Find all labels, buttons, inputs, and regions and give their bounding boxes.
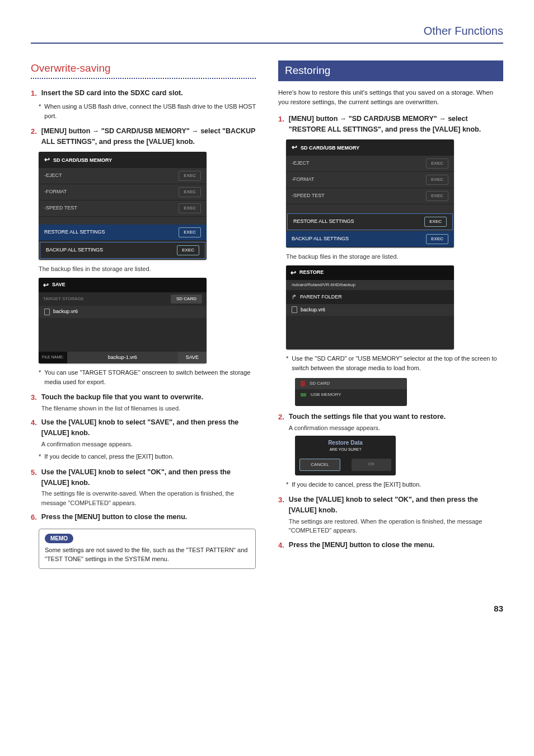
- parent-folder-row[interactable]: PARENT FOLDER: [286, 290, 454, 304]
- r-step-2-note: *If you decide to cancel, press the [EXI…: [286, 480, 503, 489]
- save-button[interactable]: SAVE: [178, 352, 207, 364]
- step-number: 5.: [31, 467, 37, 508]
- menu-eject[interactable]: -EJECTEXEC: [39, 168, 207, 184]
- back-arrow-icon[interactable]: ↩: [292, 142, 297, 152]
- page-number: 83: [31, 603, 503, 615]
- filename-value[interactable]: backup-1.vr6: [67, 352, 178, 364]
- step-5: 5. Use the [VALUE] knob to select "OK", …: [31, 467, 256, 508]
- ok-button[interactable]: OK: [352, 459, 391, 471]
- restoring-heading: Restoring: [278, 60, 503, 81]
- exec-button[interactable]: EXEC: [179, 227, 201, 237]
- file-icon: [292, 306, 297, 313]
- restore-panel-header: ↩RESTORE: [286, 265, 454, 280]
- panel-header: ↩SD CARD/USB MEMORY: [39, 152, 207, 168]
- save-panel: ↩SAVE TARGET STORAGESD CARD backup.vr6 F…: [39, 278, 207, 363]
- exec-button[interactable]: EXEC: [179, 203, 201, 213]
- sd-card-icon: [301, 381, 305, 386]
- restoring-intro: Here's how to restore this unit's settin…: [278, 88, 503, 108]
- exec-button[interactable]: EXEC: [426, 234, 448, 244]
- file-icon: [44, 309, 50, 315]
- step-number: 3.: [31, 392, 37, 413]
- step-4-note: *If you decide to cancel, press the [EXI…: [39, 452, 256, 461]
- step-5-title: Use the [VALUE] knob to select "OK", and…: [41, 467, 256, 488]
- dotted-rule: [31, 78, 256, 79]
- target-storage-row: TARGET STORAGESD CARD: [39, 292, 207, 306]
- r-step-1-title: [MENU] button → "SD CARD/USB MEMORY" → s…: [289, 114, 503, 135]
- memo-badge: MEMO: [45, 534, 73, 543]
- sd-usb-memory-panel: ↩SD CARD/USB MEMORY -EJECTEXEC -FORMATEX…: [39, 152, 207, 260]
- left-column: Overwrite-saving 1. Insert the SD card i…: [31, 60, 256, 569]
- step-1: 1. Insert the SD card into the SDXC card…: [31, 88, 256, 99]
- step-1-title: Insert the SD card into the SDXC card sl…: [41, 88, 256, 99]
- step-3: 3. Touch the backup file that you want t…: [31, 392, 256, 413]
- step-2-title: [MENU] button → "SD CARD/USB MEMORY" → s…: [41, 126, 256, 147]
- step-number: 4.: [278, 540, 284, 551]
- selector-sd-card[interactable]: SD CARD: [295, 378, 407, 389]
- step-2: 2. [MENU] button → "SD CARD/USB MEMORY" …: [31, 126, 256, 147]
- exec-button[interactable]: EXEC: [424, 217, 447, 227]
- r-step-2-sub: A confirmation message appears.: [289, 423, 503, 433]
- step-number: 2.: [31, 126, 37, 147]
- step-5-sub: The settings file is overwrite-saved. Wh…: [41, 489, 256, 507]
- selector-usb-memory[interactable]: USB MEMORY: [295, 389, 407, 400]
- r-step-1: 1. [MENU] button → "SD CARD/USB MEMORY" …: [278, 114, 503, 135]
- back-arrow-icon[interactable]: ↩: [43, 280, 49, 290]
- menu-restore-all-selected[interactable]: RESTORE ALL SETTINGSEXEC: [287, 213, 453, 230]
- r-step-2: 2. Touch the settings file that you want…: [278, 412, 503, 432]
- exec-button[interactable]: EXEC: [179, 171, 201, 181]
- exec-button[interactable]: EXEC: [426, 191, 448, 201]
- right-column: Restoring Here's how to restore this uni…: [278, 60, 503, 569]
- filename-label: FILE NAME:: [39, 352, 67, 363]
- step-2-caption: The backup files in the storage are list…: [39, 264, 256, 274]
- page-header: Other Functions: [31, 22, 503, 44]
- r-step-1-note: *Use the "SD CARD" or "USB MEMORY" selec…: [286, 354, 503, 372]
- file-row[interactable]: backup.vr6: [286, 304, 454, 316]
- restore-panel: ↩RESTORE /sdcard/Roland/VR-6HD/backup PA…: [286, 265, 454, 349]
- menu-backup-all[interactable]: BACKUP ALL SETTINGSEXEC: [286, 231, 454, 248]
- file-row[interactable]: backup.vr6: [39, 306, 207, 318]
- filename-row: FILE NAME: backup-1.vr6 SAVE: [39, 352, 207, 364]
- back-arrow-icon[interactable]: ↩: [44, 155, 50, 165]
- step-number: 4.: [31, 417, 37, 449]
- exec-button[interactable]: EXEC: [426, 175, 448, 185]
- step-number: 1.: [278, 114, 284, 135]
- step-number: 6.: [31, 512, 37, 523]
- step-number: 1.: [31, 88, 37, 99]
- back-arrow-icon[interactable]: ↩: [291, 268, 296, 278]
- memo-box: MEMO Some settings are not saved to the …: [39, 529, 256, 569]
- step-4: 4. Use the [VALUE] knob to select "SAVE"…: [31, 417, 256, 449]
- storage-selector: SD CARD USB MEMORY: [295, 378, 407, 406]
- menu-format[interactable]: -FORMATEXEC: [39, 184, 207, 200]
- r-step-3-sub: The settings are restored. When the oper…: [289, 517, 503, 535]
- step-6-title: Press the [MENU] button to close the men…: [41, 512, 256, 522]
- panel-header: ↩SD CARD/USB MEMORY: [286, 139, 454, 156]
- menu-speed-test[interactable]: -SPEED TESTEXEC: [286, 188, 454, 204]
- exec-button[interactable]: EXEC: [179, 187, 201, 197]
- menu-eject[interactable]: -EJECTEXEC: [286, 156, 454, 172]
- step-1-note: *When using a USB flash drive, connect t…: [39, 102, 256, 120]
- restore-confirm-dialog: Restore Data ARE YOU SURE? CANCEL OK: [295, 436, 396, 475]
- r-step-4-title: Press the [MENU] button to close the men…: [289, 540, 503, 550]
- menu-restore-all[interactable]: RESTORE ALL SETTINGSEXEC: [39, 225, 207, 241]
- menu-backup-all-selected[interactable]: BACKUP ALL SETTINGSEXEC: [40, 242, 205, 259]
- memo-text: Some settings are not saved to the file,…: [45, 545, 250, 564]
- exec-button[interactable]: EXEC: [177, 245, 199, 255]
- page-category: Other Functions: [31, 22, 503, 39]
- step-2-note: *You can use "TARGET STORAGE" onscreen t…: [39, 368, 256, 386]
- save-panel-header: ↩SAVE: [39, 278, 207, 292]
- step-number: 3.: [278, 494, 284, 535]
- usb-icon: [301, 393, 306, 396]
- menu-speed-test[interactable]: -SPEED TESTEXEC: [39, 200, 207, 217]
- exec-button[interactable]: EXEC: [426, 158, 448, 169]
- step-4-sub: A confirmation message appears.: [41, 440, 256, 449]
- menu-format[interactable]: -FORMATEXEC: [286, 172, 454, 188]
- r-step-3: 3. Use the [VALUE] knob to select "OK", …: [278, 494, 503, 535]
- target-storage-value[interactable]: SD CARD: [171, 295, 202, 304]
- content-columns: Overwrite-saving 1. Insert the SD card i…: [31, 60, 503, 569]
- r-step-3-title: Use the [VALUE] knob to select "OK", and…: [289, 494, 503, 516]
- cancel-button[interactable]: CANCEL: [299, 459, 340, 471]
- step-4-title: Use the [VALUE] knob to select "SAVE", a…: [41, 417, 256, 438]
- restore-path: /sdcard/Roland/VR-6HD/backup: [286, 280, 454, 290]
- file-list-empty: [286, 316, 454, 349]
- r-step-1-caption: The backup files in the storage are list…: [286, 252, 503, 262]
